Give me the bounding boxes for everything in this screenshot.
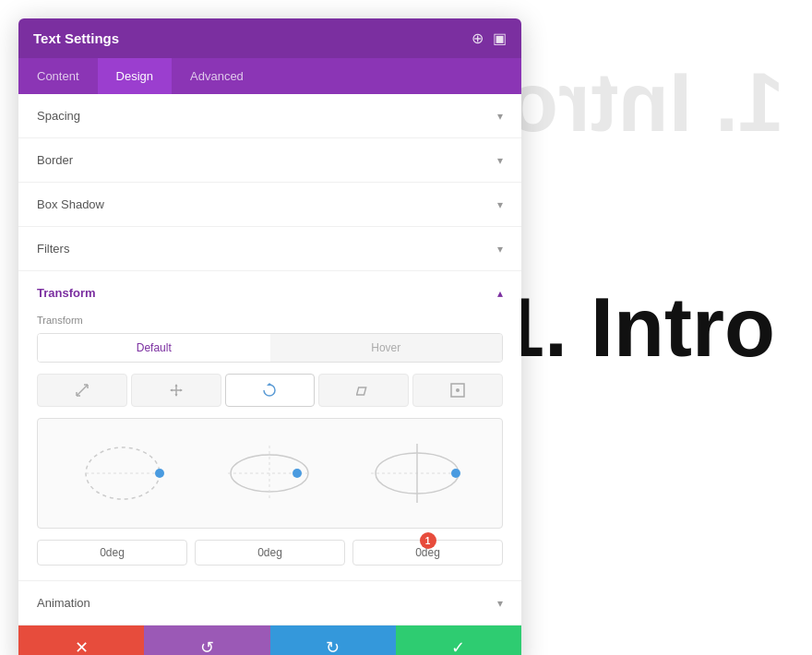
- panel-body: Spacing ▾ Border ▾ Box Shadow ▾ Filters …: [18, 94, 521, 625]
- chevron-down-icon: ▾: [497, 243, 503, 256]
- accordion-box-shadow-header[interactable]: Box Shadow ▾: [18, 183, 521, 226]
- accordion-filters-header[interactable]: Filters ▾: [18, 227, 521, 270]
- accordion-transform-header[interactable]: Transform ▴: [18, 271, 521, 315]
- tabs-bar: Content Design Advanced: [18, 58, 521, 94]
- panel-title: Text Settings: [33, 30, 119, 46]
- square-icon[interactable]: ▣: [493, 30, 507, 47]
- save-button[interactable]: ✓: [396, 625, 521, 655]
- chevron-down-icon: ▾: [497, 597, 503, 610]
- target-icon[interactable]: ⊕: [472, 30, 484, 47]
- degree-input-2-wrap: [195, 540, 345, 566]
- svg-point-17: [155, 469, 164, 478]
- cancel-icon: ✕: [75, 637, 89, 655]
- transform-visual-area: [37, 418, 503, 529]
- accordion-border-label: Border: [37, 153, 73, 167]
- transform-ellipse-3: [352, 436, 472, 510]
- skew-button[interactable]: [318, 374, 409, 407]
- transform-icon-buttons: [37, 374, 503, 407]
- accordion-animation: Animation ▾: [18, 581, 521, 625]
- panel-header: Text Settings ⊕ ▣: [18, 18, 521, 58]
- degree-inputs-row: 1: [37, 540, 503, 566]
- svg-line-0: [77, 385, 88, 396]
- panel-footer: ✕ ↺ ↻ ✓: [18, 625, 521, 655]
- tab-default[interactable]: Default: [38, 334, 270, 362]
- accordion-border-header[interactable]: Border ▾: [18, 138, 521, 182]
- bg-text: 1. Intro: [498, 280, 775, 375]
- save-icon: ✓: [451, 637, 465, 655]
- accordion-spacing-label: Spacing: [37, 109, 80, 123]
- accordion-animation-header[interactable]: Animation ▾: [18, 581, 521, 625]
- svg-point-20: [293, 469, 302, 478]
- degree-input-1-wrap: [37, 540, 187, 566]
- transform-content: Transform Default Hover: [18, 315, 521, 580]
- translate-button[interactable]: [131, 374, 221, 407]
- svg-marker-10: [180, 389, 183, 392]
- accordion-box-shadow: Box Shadow ▾: [18, 183, 521, 227]
- tab-design[interactable]: Design: [98, 58, 172, 94]
- chevron-down-icon: ▾: [497, 110, 503, 123]
- accordion-box-shadow-label: Box Shadow: [37, 197, 104, 211]
- cancel-button[interactable]: ✕: [18, 625, 144, 655]
- svg-point-14: [456, 388, 460, 392]
- accordion-filters: Filters ▾: [18, 227, 521, 271]
- transform-ellipse-1: [67, 436, 187, 510]
- accordion-spacing: Spacing ▾: [18, 94, 521, 138]
- origin-button[interactable]: [412, 374, 503, 407]
- redo-icon: ↻: [326, 637, 340, 655]
- chevron-down-icon: ▾: [497, 154, 503, 167]
- degree-input-3-wrap: 1: [352, 540, 503, 566]
- accordion-animation-label: Animation: [37, 596, 90, 610]
- svg-marker-11: [267, 383, 272, 386]
- chevron-up-icon: ▴: [497, 287, 503, 300]
- reset-icon: ↺: [200, 637, 214, 655]
- svg-marker-7: [174, 384, 177, 387]
- transform-sub-label: Transform: [37, 315, 503, 326]
- svg-point-24: [451, 469, 460, 478]
- error-badge: 1: [420, 532, 436, 549]
- degree-input-2[interactable]: [195, 540, 345, 566]
- panel-header-icons: ⊕ ▣: [472, 30, 507, 47]
- degree-input-1[interactable]: [37, 540, 187, 566]
- transform-ellipse-2: [209, 436, 329, 510]
- tab-content[interactable]: Content: [18, 58, 98, 94]
- redo-button[interactable]: ↻: [270, 625, 396, 655]
- text-settings-panel: Text Settings ⊕ ▣ Content Design Advance…: [18, 18, 521, 655]
- accordion-transform-label: Transform: [37, 286, 96, 300]
- mirrored-bg-text: 1. Intro: [508, 55, 784, 150]
- svg-rect-12: [357, 387, 366, 395]
- tab-advanced[interactable]: Advanced: [172, 58, 262, 94]
- scale-button[interactable]: [37, 374, 127, 407]
- chevron-down-icon: ▾: [497, 198, 503, 211]
- default-hover-tabs: Default Hover: [37, 333, 503, 363]
- accordion-spacing-header[interactable]: Spacing ▾: [18, 94, 521, 137]
- accordion-border: Border ▾: [18, 138, 521, 183]
- rotate-button[interactable]: [225, 374, 316, 407]
- accordion-transform: Transform ▴ Transform Default Hover: [18, 271, 521, 581]
- reset-button[interactable]: ↺: [144, 625, 269, 655]
- tab-hover[interactable]: Hover: [270, 334, 503, 362]
- svg-marker-8: [174, 394, 177, 397]
- accordion-filters-label: Filters: [37, 242, 69, 256]
- svg-marker-9: [170, 389, 173, 392]
